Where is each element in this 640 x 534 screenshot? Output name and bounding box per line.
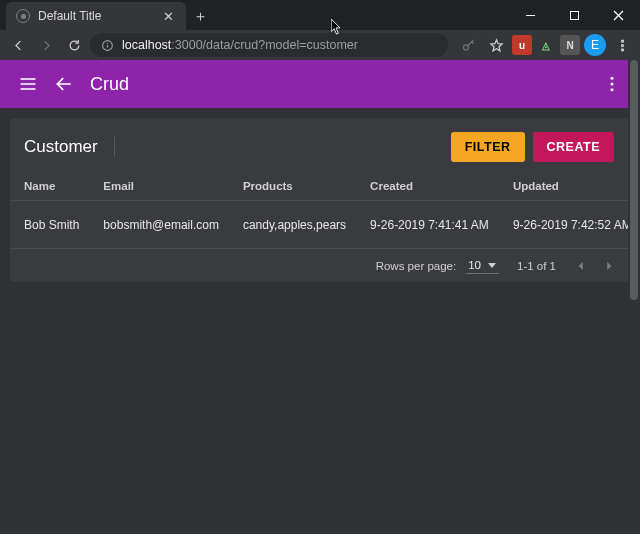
svg-point-15 bbox=[611, 83, 614, 86]
col-created[interactable]: Created bbox=[356, 172, 499, 201]
reload-button[interactable] bbox=[62, 33, 86, 57]
close-tab-icon[interactable]: ✕ bbox=[161, 7, 176, 26]
tab-favicon bbox=[16, 9, 30, 23]
table-header-row: Name Email Products Created Updated Acti… bbox=[10, 172, 640, 201]
rows-per-page-value: 10 bbox=[468, 259, 481, 271]
forward-button[interactable] bbox=[34, 33, 58, 57]
app-bar: Crud bbox=[0, 60, 640, 108]
svg-marker-19 bbox=[607, 261, 611, 269]
svg-rect-1 bbox=[570, 11, 578, 19]
scrollbar-thumb[interactable] bbox=[630, 60, 638, 300]
profile-avatar[interactable]: E bbox=[584, 34, 606, 56]
pagination-range: 1-1 of 1 bbox=[517, 260, 556, 272]
tab-title: Default Title bbox=[38, 9, 161, 23]
cell-products: candy,apples,pears bbox=[229, 201, 356, 249]
svg-point-11 bbox=[621, 40, 623, 42]
svg-marker-17 bbox=[488, 263, 496, 268]
back-arrow-icon[interactable] bbox=[46, 66, 82, 102]
svg-line-9 bbox=[471, 41, 473, 43]
filter-button[interactable]: Filter bbox=[451, 132, 525, 162]
rows-per-page-label: Rows per page: bbox=[376, 260, 457, 272]
viewport-scrollbar[interactable] bbox=[628, 60, 640, 534]
minimize-button[interactable] bbox=[508, 0, 552, 30]
cell-name: Bob Smith bbox=[10, 201, 89, 249]
data-table: Name Email Products Created Updated Acti… bbox=[10, 172, 640, 248]
chevron-down-icon bbox=[487, 260, 497, 270]
page-viewport: Crud Customer Filter Create Name Email P… bbox=[0, 60, 640, 534]
card-header: Customer Filter Create bbox=[10, 118, 628, 172]
col-updated[interactable]: Updated bbox=[499, 172, 640, 201]
bookmark-star-icon[interactable] bbox=[484, 33, 508, 57]
table-footer: Rows per page: 10 1-1 of 1 bbox=[10, 248, 628, 282]
browser-tab[interactable]: Default Title ✕ bbox=[6, 2, 186, 30]
maximize-button[interactable] bbox=[552, 0, 596, 30]
card-title: Customer bbox=[24, 137, 115, 157]
browser-toolbar: localhost:3000/data/crud?model=customer … bbox=[0, 30, 640, 60]
cell-created: 9-26-2019 7:41:41 AM bbox=[356, 201, 499, 249]
key-icon[interactable] bbox=[456, 33, 480, 57]
prev-page-button[interactable] bbox=[574, 259, 588, 273]
svg-point-13 bbox=[621, 48, 623, 50]
svg-point-12 bbox=[621, 44, 623, 46]
extension-n-icon[interactable]: N bbox=[560, 35, 580, 55]
address-text: localhost:3000/data/crud?model=customer bbox=[122, 38, 358, 52]
col-name[interactable]: Name bbox=[10, 172, 89, 201]
data-card: Customer Filter Create Name Email Produc… bbox=[10, 118, 628, 282]
svg-marker-18 bbox=[579, 261, 583, 269]
close-window-button[interactable] bbox=[596, 0, 640, 30]
extension-ublock-icon[interactable]: u bbox=[512, 35, 532, 55]
cell-updated: 9-26-2019 7:42:52 AM bbox=[499, 201, 640, 249]
next-page-button[interactable] bbox=[602, 259, 616, 273]
app-title: Crud bbox=[90, 74, 129, 95]
browser-menu-icon[interactable] bbox=[610, 33, 634, 57]
col-email[interactable]: Email bbox=[89, 172, 229, 201]
window-controls bbox=[508, 0, 640, 30]
create-button[interactable]: Create bbox=[533, 132, 614, 162]
hamburger-menu-icon[interactable] bbox=[10, 66, 46, 102]
col-products[interactable]: Products bbox=[229, 172, 356, 201]
table-row: Bob Smith bobsmith@email.com candy,apple… bbox=[10, 201, 640, 249]
svg-point-14 bbox=[611, 77, 614, 80]
svg-point-16 bbox=[611, 88, 614, 91]
back-button[interactable] bbox=[6, 33, 30, 57]
cell-email: bobsmith@email.com bbox=[89, 201, 229, 249]
site-info-icon[interactable] bbox=[100, 38, 114, 52]
extension-vue-icon[interactable]: ◬ bbox=[536, 35, 556, 55]
address-bar[interactable]: localhost:3000/data/crud?model=customer bbox=[90, 33, 448, 57]
app-menu-icon[interactable] bbox=[594, 66, 630, 102]
svg-point-7 bbox=[463, 44, 468, 49]
rows-per-page-select[interactable]: 10 bbox=[466, 257, 499, 274]
new-tab-button[interactable]: ＋ bbox=[186, 2, 214, 30]
svg-marker-10 bbox=[490, 39, 501, 50]
